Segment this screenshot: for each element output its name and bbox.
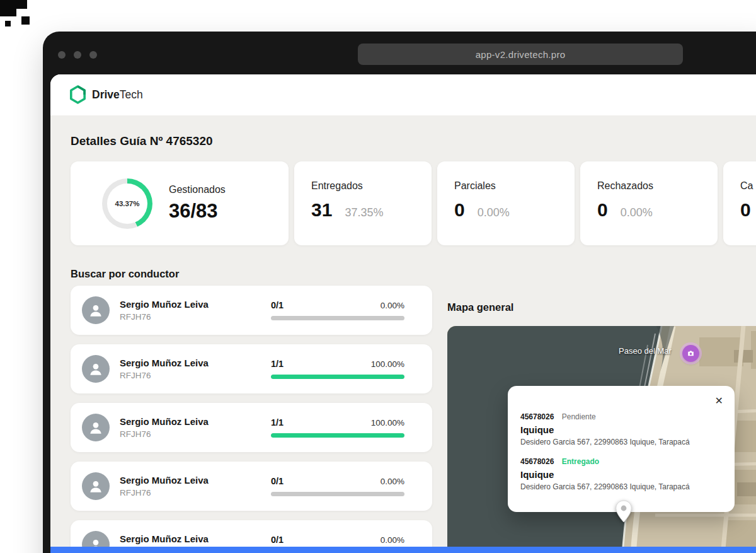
window-minimize-dot[interactable] [74,51,81,59]
driver-plate: RFJH76 [120,371,271,380]
delivery-ratio: 0/1 [271,476,284,486]
delivery-percentage: 0.00% [381,535,404,545]
driver-plate: RFJH76 [120,488,271,498]
stat-label: Parciales [454,180,575,192]
delivery-id: 45678026 [520,412,554,421]
progress-bar [271,316,404,320]
delivery-popup: ✕ 45678026 Pendiente Iquique Desidero Ga… [508,386,735,512]
progress-bar [271,375,404,379]
driver-card[interactable]: Sergio Muñoz Leiva RFJH76 1/1 100.00% [71,403,432,452]
drivetech-logo-icon [69,85,86,104]
driver-name: Sergio Muñoz Leiva [120,416,271,427]
location-pin[interactable] [615,500,633,525]
delivery-percentage: 0.00% [381,301,404,310]
stat-value: 31 [311,199,332,221]
page-title: Detalles Guía Nº 4765320 [71,134,213,148]
stat-label: Rechazados [597,180,718,192]
stat-card-parciales: Parciales 0 0.00% [437,161,575,245]
browser-window: app-v2.drivetech.pro DriveTech Detalles … [43,32,756,553]
delivery-status: Entregado [562,457,599,466]
url-bar[interactable]: app-v2.drivetech.pro [358,44,683,65]
stat-value: 0 [740,199,751,221]
driver-card[interactable]: Sergio Muñoz Leiva RFJH76 0/1 0.00% [71,462,432,511]
delivery-entry: 45678026 Pendiente Iquique Desidero Garc… [520,412,722,446]
stat-percentage: 37.35% [345,206,383,219]
driver-name: Sergio Muñoz Leiva [120,475,271,486]
progress-bar [271,492,404,496]
stat-card-entregados: Entregados 31 37.35% [294,161,432,245]
person-icon [88,419,104,436]
driver-avatar [82,472,110,500]
driver-card[interactable]: Sergio Muñoz Leiva RFJH76 1/1 100.00% [71,344,432,393]
stat-value: 36/83 [169,200,226,223]
person-icon [88,302,104,318]
delivery-id: 45678026 [520,457,554,466]
close-icon[interactable]: ✕ [713,393,726,409]
driver-plate: RFJH76 [120,429,271,439]
stat-percentage: 0.00% [478,206,510,219]
delivery-address: Desidero Garcia 567, 22990863 Iquique, T… [520,482,722,491]
driver-plate: RFJH76 [120,312,271,322]
stat-card-rechazados: Rechazados 0 0.00% [580,161,718,245]
drivetech-logo[interactable]: DriveTech [69,85,143,104]
stats-row: 43.37% Gestionados 36/83 Entregados 31 3… [71,161,756,245]
stat-value: 0 [454,199,465,221]
app-header: DriveTech [50,74,756,115]
delivery-ratio: 0/1 [271,300,284,310]
driver-name: Sergio Muñoz Leiva [120,533,271,544]
browser-toolbar: app-v2.drivetech.pro [43,32,756,74]
stat-label: Entregados [311,180,432,192]
stat-percentage: 0.00% [621,206,653,219]
driver-avatar [82,414,110,441]
delivery-ratio: 0/1 [271,535,284,545]
progress-bar-fill [271,375,404,379]
street-label: Paseo del Mar [619,346,672,356]
delivery-city: Iquique [520,469,722,480]
progress-ring-label: 43.37% [107,183,147,224]
stat-value: 0 [597,199,608,221]
pixel-square [5,21,11,26]
driver-name: Sergio Muñoz Leiva [120,358,271,368]
drivetech-logo-text: DriveTech [92,88,143,102]
driver-name: Sergio Muñoz Leiva [120,299,271,310]
general-map[interactable]: Paseo del Mar ✕ 45678026 Pendiente [447,326,756,553]
pixel-square [16,0,27,9]
pixel-square [21,16,30,25]
app-content: DriveTech Detalles Guía Nº 4765320 43.37… [50,74,756,553]
stat-label: Ca [740,180,756,192]
driver-avatar [82,355,110,383]
progress-bar-fill [271,433,404,438]
map-heading: Mapa general [447,301,513,313]
camera-marker[interactable] [682,345,699,362]
delivery-entry: 45678026 Entregado Iquique Desidero Garc… [520,457,722,491]
driver-avatar [82,296,110,324]
driver-card[interactable]: Sergio Muñoz Leiva RFJH76 0/1 0.00% [71,286,432,335]
url-text: app-v2.drivetech.pro [476,49,566,60]
stat-card-gestionados: 43.37% Gestionados 36/83 [71,161,289,245]
progress-ring: 43.37% [102,178,152,229]
driver-list: Sergio Muñoz Leiva RFJH76 0/1 0.00% [71,286,432,553]
person-icon [88,478,104,494]
window-controls [58,51,97,59]
footer-bar [50,547,756,553]
delivery-ratio: 1/1 [271,417,284,428]
drivers-heading: Buscar por conductor [71,268,179,280]
delivery-percentage: 0.00% [381,477,404,486]
main-area: Detalles Guía Nº 4765320 43.37% Gestiona… [50,115,756,553]
stat-label: Gestionados [169,184,226,195]
progress-bar [271,433,404,438]
delivery-address: Desidero Garcia 567, 22990863 Iquique, T… [520,438,722,446]
delivery-percentage: 100.00% [371,359,404,369]
person-icon [88,361,104,377]
window-close-dot[interactable] [58,51,66,59]
camera-icon [687,349,695,358]
delivery-status: Pendiente [562,412,596,421]
delivery-percentage: 100.00% [371,418,404,428]
pin-icon [615,500,633,523]
pixel-square [0,0,16,16]
delivery-city: Iquique [520,424,722,435]
window-maximize-dot[interactable] [89,51,97,59]
stat-card-truncated: Ca 0 [723,161,756,245]
delivery-ratio: 1/1 [271,359,284,369]
